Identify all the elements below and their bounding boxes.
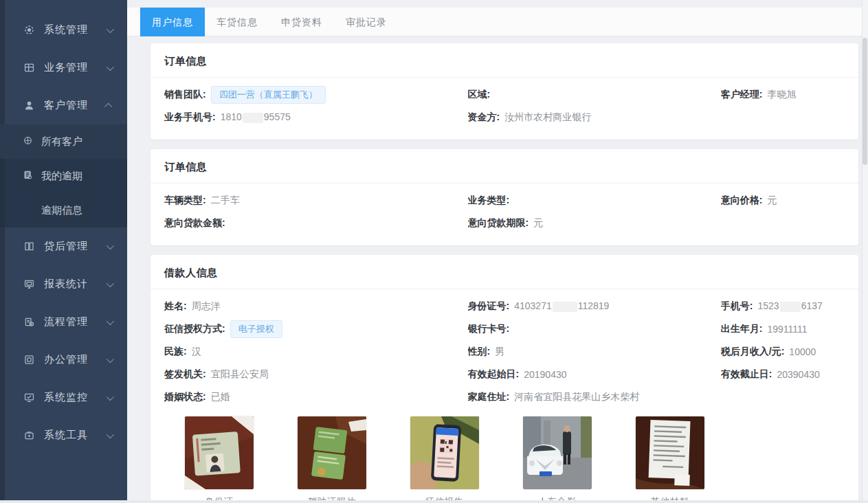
sidebar-item-system-management[interactable]: 系统管理 (0, 11, 127, 49)
sidebar-item-label: 业务管理 (44, 61, 88, 74)
field-value: 181095575 (221, 111, 291, 123)
card-title: 订单信息 (151, 149, 858, 183)
field-label: 有效截止日: (721, 368, 772, 381)
sidebar-item-system-monitor[interactable]: 系统监控 (0, 379, 127, 416)
field-label: 民族: (164, 346, 187, 358)
field-label: 意向贷款期限: (468, 217, 529, 230)
book-icon (23, 241, 35, 253)
detail-scroll-area: 订单信息 销售团队: 四团一营（直属王鹏飞） 区域: 客户经理: 李晓旭 (127, 36, 868, 503)
field-bank-card: 银行卡号: (468, 323, 721, 335)
user-icon (23, 100, 35, 112)
field-value: 元 (767, 194, 777, 207)
field-issuing-authority: 签发机关: 宜阳县公安局 (164, 368, 468, 381)
tab-approval-records[interactable]: 审批记录 (334, 8, 399, 36)
vertical-scrollbar[interactable] (862, 0, 868, 503)
field-fund-provider: 资金方: 汝州市农村商业银行 (468, 111, 721, 124)
field-monthly-income: 税后月收入/元: 10000 (721, 346, 845, 358)
tab-loan-application-materials[interactable]: 申贷资料 (269, 8, 334, 36)
chevron-down-icon (107, 392, 114, 400)
chevron-down-icon (107, 317, 114, 324)
field-value: 宜阳县公安局 (211, 368, 269, 381)
photo-thumbnail-handwritten-document[interactable] (636, 416, 704, 489)
sidebar-subitem-label: 逾期信息 (41, 204, 82, 217)
field-value: 汉 (192, 346, 201, 358)
field-region: 区域: (468, 89, 721, 101)
tab-user-info[interactable]: 用户信息 (140, 8, 205, 36)
field-label: 征信授权方式: (164, 323, 225, 335)
field-value: 4103271112819 (514, 300, 609, 312)
main-content: 用户信息 车贷信息 申贷资料 审批记录 订单信息 销售团队: 四团一营（直属王鹏… (127, 0, 868, 503)
field-label: 有效起始日: (468, 368, 520, 381)
sidebar-item-system-tools[interactable]: 系统工具 (0, 416, 127, 454)
sidebar-item-postloan-management[interactable]: 贷后管理 (0, 227, 127, 265)
field-label: 身份证号: (468, 300, 510, 313)
sidebar-subitem-overdue-info[interactable]: 逾期信息 (0, 193, 127, 227)
redaction-blur (780, 302, 801, 312)
field-label: 车辆类型: (164, 194, 206, 207)
sidebar-subitem-label: 我的逾期 (41, 170, 82, 183)
field-label: 意向价格: (721, 194, 763, 207)
scrollbar-thumb[interactable] (863, 38, 867, 165)
bottom-edge-strip (0, 500, 868, 503)
field-value: 李晓旭 (767, 89, 796, 101)
field-value: 周志洋 (192, 300, 221, 313)
photo-thumbnail-qr-report[interactable] (410, 416, 479, 489)
field-marital-status: 婚姻状态: 已婚 (164, 391, 468, 403)
chevron-down-icon (107, 63, 114, 70)
sales-team-tag[interactable]: 四团一营（直属王鹏飞） (211, 86, 326, 104)
chevron-down-icon (107, 279, 114, 287)
sidebar-item-business-management[interactable]: 业务管理 (0, 49, 127, 87)
photo-thumbnail-license-booklet[interactable] (298, 416, 366, 489)
customer-management-submenu: 所有客户 我的逾期 逾期信息 (0, 124, 127, 227)
field-value: 元 (533, 217, 543, 230)
field-value: 已婚 (211, 391, 230, 403)
field-label: 税后月收入/元: (721, 346, 785, 358)
field-valid-to: 有效截止日: 20390430 (721, 368, 845, 381)
sidebar-item-process-management[interactable]: 流程管理 (0, 303, 127, 341)
field-sales-team: 销售团队: 四团一营（直属王鹏飞） (164, 86, 468, 104)
borrower-photos: 身份证 (164, 408, 845, 503)
field-value: 河南省宜阳县花果山乡木柴村 (514, 391, 639, 403)
field-value: 15236137 (757, 300, 822, 312)
sidebar-item-label: 报表统计 (44, 278, 88, 291)
sidebar-item-label: 系统管理 (44, 23, 88, 36)
chevron-down-icon (107, 241, 114, 249)
field-home-address: 家庭住址: 河南省宜阳县花果山乡木柴村 (468, 391, 721, 403)
field-name: 姓名: 周志洋 (164, 300, 468, 313)
field-gender: 性别: 男 (468, 346, 721, 358)
field-intent-loan-term: 意向贷款期限: 元 (468, 217, 721, 230)
field-label: 银行卡号: (468, 323, 510, 335)
sidebar: 系统管理 业务管理 客户管理 所有客户 (0, 0, 127, 503)
field-label: 业务手机号: (164, 111, 216, 124)
field-label: 区域: (468, 89, 491, 101)
field-label: 客户经理: (721, 89, 763, 101)
credit-auth-tag[interactable]: 电子授权 (230, 320, 282, 338)
sidebar-item-customer-management[interactable]: 客户管理 (0, 87, 127, 124)
sidebar-subitem-all-customers[interactable]: 所有客户 (0, 124, 127, 159)
gear-icon (23, 24, 35, 36)
field-mobile-number: 手机号: 15236137 (721, 300, 845, 313)
photo-thumbnail-id-card[interactable] (185, 416, 254, 489)
sidebar-subitem-my-overdue[interactable]: 我的逾期 (0, 159, 127, 193)
card-title: 借款人信息 (151, 255, 858, 289)
table-icon (23, 62, 35, 74)
borrower-info-card: 借款人信息 姓名: 周志洋 身份证号: 4103271112819 手机号: 1… (151, 255, 858, 503)
wheel-icon (23, 135, 33, 148)
chevron-down-icon (107, 25, 114, 32)
field-value: 10000 (789, 346, 816, 357)
tab-car-loan-info[interactable]: 车贷信息 (205, 8, 269, 36)
field-value: 二手车 (211, 194, 240, 207)
order-info-card-2: 订单信息 车辆类型: 二手车 业务类型: 意向价格: 元 (151, 149, 858, 245)
field-vehicle-type: 车辆类型: 二手车 (164, 194, 468, 207)
sidebar-item-report-statistics[interactable]: 报表统计 (0, 265, 127, 303)
notebook-icon (23, 170, 33, 182)
field-label: 婚姻状态: (164, 391, 206, 403)
field-valid-from: 有效起始日: 20190430 (468, 368, 721, 381)
field-label: 性别: (468, 346, 491, 358)
field-label: 业务类型: (468, 194, 510, 207)
sidebar-item-office-management[interactable]: 办公管理 (0, 341, 127, 379)
redaction-blur (243, 113, 263, 123)
photo-thumbnail-person-with-car[interactable] (523, 416, 592, 489)
field-intent-loan-amount: 意向贷款金额: (164, 217, 468, 230)
chevron-up-icon (104, 102, 112, 110)
